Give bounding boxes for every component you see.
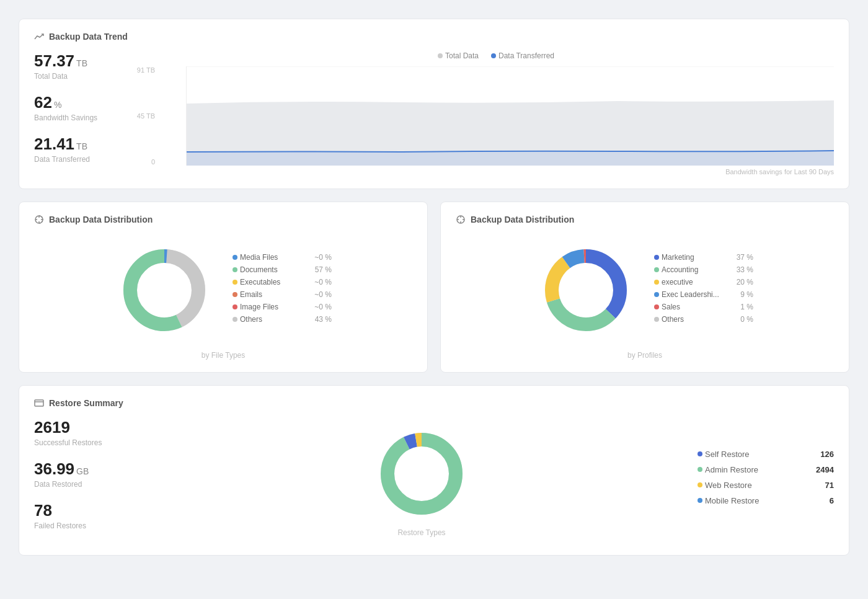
- admin-restore-dot: [698, 467, 702, 472]
- dist-profile-title: Backup Data Distribution: [471, 215, 574, 224]
- total-data-value: 57.37: [34, 51, 74, 70]
- others-profile-name: Others: [662, 315, 732, 324]
- emails-dot: [232, 292, 237, 297]
- others-profile-pct: 0 %: [732, 315, 753, 324]
- transferred-unit: TB: [76, 141, 87, 151]
- bandwidth-value: 62: [34, 93, 52, 112]
- dist-file-body: Media Files ~0 % Documents 57 % Executab…: [34, 234, 412, 346]
- sales-dot: [654, 304, 659, 309]
- failed-count: 78: [34, 501, 146, 520]
- data-restored-unit: GB: [76, 466, 89, 476]
- media-pct: ~0 %: [311, 253, 332, 262]
- media-dot: [232, 255, 237, 260]
- restore-title-row: Restore Summary: [34, 398, 834, 408]
- transferred-value: 21.41: [34, 135, 74, 153]
- trend-legend: Total Data Data Transferred: [158, 51, 834, 60]
- web-restore-name: Web Restore: [705, 481, 809, 490]
- y-label-top: 91 TB: [133, 66, 155, 74]
- data-restored-label: Data Restored: [34, 480, 146, 489]
- dist-file-legend: Media Files ~0 % Documents 57 % Executab…: [232, 253, 332, 327]
- others-profile-dot: [654, 317, 659, 322]
- exec-leadership-dot: [654, 292, 659, 297]
- admin-restore-name: Admin Restore: [705, 465, 809, 474]
- legend-item-mobile-restore: Mobile Restore 6: [698, 496, 834, 505]
- dist-profile-legend: Marketing 37 % Accounting 33 % executive…: [654, 253, 753, 327]
- trend-stats: 57.37TB Total Data 62% Bandwidth Savings…: [34, 51, 133, 176]
- legend-item-exec-leadership: Exec Leadershi... 9 %: [654, 290, 753, 299]
- bandwidth-label: Bandwidth Savings: [34, 113, 133, 122]
- restore-donut: [372, 424, 471, 523]
- dist-profile-card: Backup Data Distribution: [440, 202, 849, 373]
- y-label-bot: 0: [133, 158, 155, 166]
- dist-file-icon: [34, 215, 44, 224]
- trend-chart-container: 91 TB 45 TB 0: [158, 66, 834, 166]
- mobile-restore-count: 6: [809, 496, 834, 505]
- failed-label: Failed Restores: [34, 521, 146, 530]
- legend-item-emails: Emails ~0 %: [232, 290, 332, 299]
- legend-item-media: Media Files ~0 %: [232, 253, 332, 262]
- bandwidth-unit: %: [54, 100, 61, 110]
- successful-count: 2619: [34, 418, 146, 437]
- dist-file-title-row: Backup Data Distribution: [34, 215, 412, 224]
- images-pct: ~0 %: [311, 303, 332, 311]
- executive-pct: 20 %: [732, 278, 753, 286]
- dist-profile-body: Marketing 37 % Accounting 33 % executive…: [456, 234, 834, 346]
- accounting-name: Accounting: [662, 265, 732, 274]
- mobile-restore-name: Mobile Restore: [705, 496, 809, 505]
- web-restore-count: 71: [809, 481, 834, 490]
- dist-file-donut: [115, 241, 214, 340]
- svg-point-26: [388, 440, 456, 508]
- restore-body: 2619 Successful Restores 36.99GB Data Re…: [34, 418, 834, 543]
- others-pct: 43 %: [311, 315, 332, 324]
- backup-trend-card: Backup Data Trend 57.37TB Total Data 62%…: [19, 19, 849, 189]
- dist-file-footer: by File Types: [34, 351, 412, 360]
- legend-item-others-profile: Others 0 %: [654, 315, 753, 324]
- legend-total: Total Data: [445, 51, 479, 60]
- trend-card-title: Backup Data Trend: [34, 32, 834, 42]
- successful-restores-stat: 2619 Successful Restores: [34, 418, 146, 447]
- images-dot: [232, 304, 237, 309]
- accounting-pct: 33 %: [732, 265, 753, 274]
- others-name: Others: [240, 315, 311, 324]
- self-restore-count: 126: [809, 450, 834, 459]
- restore-card: Restore Summary 2619 Successful Restores…: [19, 385, 849, 556]
- emails-pct: ~0 %: [311, 290, 332, 299]
- legend-item-images: Image Files ~0 %: [232, 303, 332, 311]
- legend-item-web-restore: Web Restore 71: [698, 481, 834, 490]
- chart-caption: Bandwidth savings for Last 90 Days: [158, 168, 834, 175]
- dist-file-svg: [115, 241, 214, 340]
- marketing-pct: 37 %: [732, 253, 753, 262]
- data-restored-value: 36.99: [34, 459, 74, 478]
- marketing-dot: [654, 255, 659, 260]
- total-data-stat: 57.37TB Total Data: [34, 51, 133, 81]
- accounting-dot: [654, 267, 659, 272]
- others-dot: [232, 317, 237, 322]
- legend-item-docs: Documents 57 %: [232, 265, 332, 274]
- trend-chart: [186, 66, 834, 166]
- legend-item-exec: Executables ~0 %: [232, 278, 332, 286]
- transferred-stat: 21.41TB Data Transferred: [34, 135, 133, 164]
- restore-stats: 2619 Successful Restores 36.99GB Data Re…: [34, 418, 146, 543]
- dist-profile-icon: [456, 215, 466, 224]
- marketing-name: Marketing: [662, 253, 732, 262]
- executive-name: executive: [662, 278, 732, 286]
- web-restore-dot: [698, 482, 702, 487]
- svg-rect-23: [35, 400, 43, 406]
- dist-profile-footer: by Profiles: [456, 351, 834, 360]
- legend-item-self-restore: Self Restore 126: [698, 450, 834, 459]
- restore-title: Restore Summary: [49, 398, 123, 408]
- transferred-label: Data Transferred: [34, 155, 133, 164]
- legend-item-executive: executive 20 %: [654, 278, 753, 286]
- emails-name: Emails: [240, 290, 311, 299]
- docs-pct: 57 %: [311, 265, 332, 274]
- exec-name: Executables: [240, 278, 311, 286]
- failed-restores-stat: 78 Failed Restores: [34, 501, 146, 530]
- sales-name: Sales: [662, 303, 732, 311]
- docs-name: Documents: [240, 265, 311, 274]
- restore-icon: [34, 398, 44, 408]
- media-name: Media Files: [240, 253, 311, 262]
- restore-chart-center: Restore Types: [164, 424, 679, 537]
- exec-leadership-name: Exec Leadershi...: [662, 290, 732, 299]
- legend-item-marketing: Marketing 37 %: [654, 253, 753, 262]
- dist-profile-donut: [536, 241, 636, 340]
